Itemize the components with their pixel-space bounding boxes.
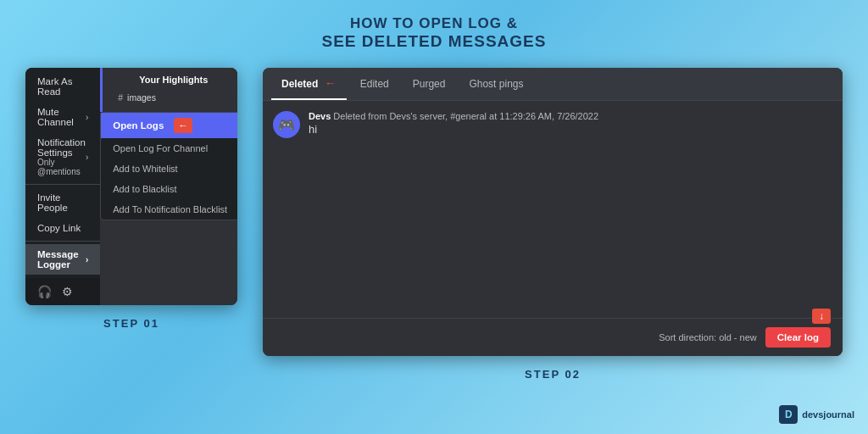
tab-purged[interactable]: Purged <box>403 70 456 98</box>
username: Devs <box>309 111 331 121</box>
logger-content: 🎮 Devs Deleted from Devs's server, #gene… <box>263 101 843 318</box>
logger-footer: Sort direction: old - new ↓ Clear log <box>263 318 843 356</box>
add-notif-blacklist-item[interactable]: Add To Notification Blacklist <box>101 199 237 220</box>
step02-label: STEP 02 <box>525 368 581 381</box>
header-line2: SEE DELETED MESSAGES <box>17 32 851 51</box>
header-line1: HOW TO OPEN LOG & <box>17 15 851 32</box>
logo: D devsjournal <box>779 405 854 424</box>
open-logs-item[interactable]: Open Logs ← <box>101 113 237 138</box>
ctx-mark-read[interactable]: Mark As Read <box>25 71 100 102</box>
clear-log-button[interactable]: Clear log <box>765 327 831 348</box>
tab-arrow-icon: ← <box>325 76 337 90</box>
arrow-down-icon: ↓ <box>812 309 831 324</box>
ctx-mute-channel[interactable]: Mute Channel › <box>25 102 100 132</box>
chevron-icon2: › <box>86 153 88 162</box>
headphones-icon: 🎧 <box>37 285 52 298</box>
ctx-notif-settings[interactable]: Notification Settings Only @mentions › <box>25 132 100 181</box>
step01-container: Mark As Read Mute Channel › Notification… <box>25 68 237 330</box>
ctx-copy-link[interactable]: Copy Link <box>25 218 100 238</box>
add-blacklist-item[interactable]: Add to Blacklist <box>101 179 237 199</box>
gear-icon: ⚙ <box>62 285 73 298</box>
divider2 <box>25 241 100 242</box>
tab-ghost-pings[interactable]: Ghost pings <box>459 70 533 98</box>
tab-edited[interactable]: Edited <box>350 70 399 98</box>
avatar: 🎮 <box>273 111 300 138</box>
clear-log-wrapper: ↓ Clear log <box>765 327 831 348</box>
message-row: 🎮 Devs Deleted from Devs's server, #gene… <box>273 111 832 138</box>
message-meta: Devs Deleted from Devs's server, #genera… <box>309 111 832 121</box>
logo-icon: D <box>779 405 798 424</box>
divider <box>25 184 100 185</box>
highlights-panel: Your Highlights # images <box>100 68 237 112</box>
main-content: Mark As Read Mute Channel › Notification… <box>0 68 868 381</box>
chevron-icon3: › <box>86 255 88 264</box>
discord-icon: 🎮 <box>278 117 295 133</box>
arrow-left-icon: ← <box>174 118 192 133</box>
header: HOW TO OPEN LOG & SEE DELETED MESSAGES <box>0 0 868 59</box>
chevron-icon: › <box>86 113 88 122</box>
logger-tabs: Deleted ← Edited Purged Ghost pings <box>263 68 843 101</box>
tab-deleted[interactable]: Deleted ← <box>271 68 347 100</box>
message-text: hi <box>309 123 832 136</box>
ctx-invite-people[interactable]: Invite People <box>25 187 100 218</box>
highlights-title: Your Highlights <box>113 75 234 85</box>
message-body: Devs Deleted from Devs's server, #genera… <box>309 111 832 136</box>
message-detail: Deleted from Devs's server, #general at … <box>333 111 598 121</box>
add-whitelist-item[interactable]: Add to Whitelist <box>101 159 237 179</box>
highlights-item: # images <box>113 90 234 105</box>
logo-text: devsjournal <box>802 409 854 420</box>
step02-container: Deleted ← Edited Purged Ghost pings 🎮 <box>263 68 843 381</box>
sort-direction-text: Sort direction: old - new <box>659 332 757 342</box>
ctx-message-logger[interactable]: Message Logger › <box>25 244 100 275</box>
discord-panel: Mark As Read Mute Channel › Notification… <box>25 68 237 305</box>
submenu-panel: Open Logs ← Open Log For Channel Add to … <box>100 112 237 220</box>
context-menu: Mark As Read Mute Channel › Notification… <box>25 68 100 278</box>
bottom-icons: 🎧 ⚙ <box>25 278 100 305</box>
logger-panel: Deleted ← Edited Purged Ghost pings 🎮 <box>263 68 843 356</box>
step01-label: STEP 01 <box>103 317 159 330</box>
open-log-channel-item[interactable]: Open Log For Channel <box>101 138 237 159</box>
